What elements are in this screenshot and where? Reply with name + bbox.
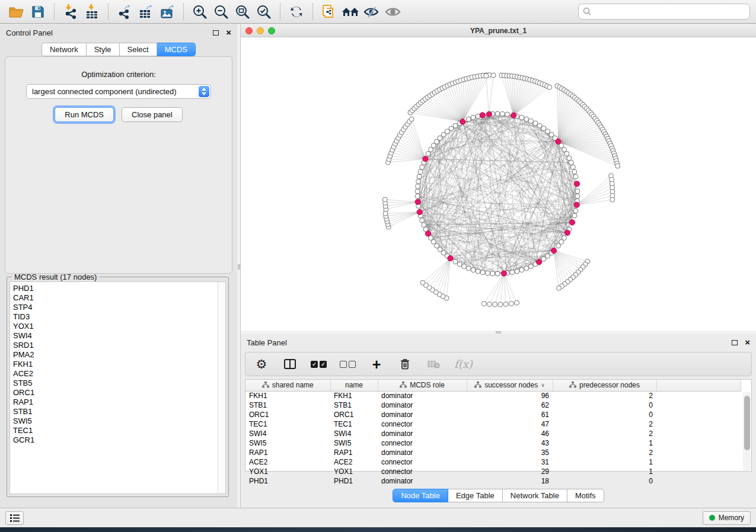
table-cell[interactable]: connector (378, 467, 467, 476)
tab-motifs[interactable]: Motifs (567, 489, 604, 502)
tab-node-table[interactable]: Node Table (393, 489, 448, 502)
open-file-icon[interactable] (6, 2, 27, 21)
search-input[interactable] (578, 4, 750, 20)
table-cell[interactable]: connector (378, 419, 467, 429)
column-header-shared-name[interactable]: shared name (245, 380, 330, 391)
table-row[interactable]: RAP1RAP1dominator352 (245, 448, 741, 457)
table-cell[interactable]: 46 (467, 429, 553, 438)
table-cell[interactable] (656, 400, 741, 410)
deselect-all-icon[interactable] (340, 356, 356, 373)
close-panel-icon[interactable]: × (745, 339, 750, 345)
tab-network[interactable]: Network (42, 43, 87, 56)
float-panel-icon[interactable] (732, 340, 738, 345)
table-cell[interactable]: 62 (467, 400, 553, 410)
table-cell[interactable]: connector (378, 438, 467, 448)
table-cell[interactable]: 0 (553, 400, 656, 410)
table-cell[interactable]: STB1 (330, 400, 378, 410)
table-cell[interactable]: PHD1 (330, 476, 378, 486)
table-cell[interactable] (656, 457, 741, 467)
table-row[interactable]: FKH1FKH1dominator962 (245, 391, 741, 400)
table-cell[interactable]: TEC1 (330, 419, 378, 429)
zoom-out-icon[interactable] (210, 2, 232, 21)
table-cell[interactable] (656, 410, 741, 419)
table-row[interactable]: YOX1YOX1connector291 (245, 467, 741, 476)
zoom-selected-icon[interactable] (253, 2, 275, 21)
zoom-fit-icon[interactable] (232, 2, 253, 21)
table-row[interactable]: SWI5SWI5connector431 (245, 438, 741, 448)
tab-style[interactable]: Style (87, 43, 120, 56)
column-header-predecessor-nodes[interactable]: predecessor nodes (553, 380, 656, 391)
mcds-result-item[interactable]: TEC1 (13, 426, 225, 435)
table-cell[interactable]: SWI5 (330, 438, 378, 448)
hide-details-icon[interactable] (361, 2, 382, 21)
show-panels-button[interactable] (5, 511, 24, 525)
close-panel-icon[interactable]: × (226, 30, 231, 36)
column-header-successor-nodes[interactable]: successor nodes ∨ (467, 380, 553, 391)
tab-network-table[interactable]: Network Table (503, 489, 567, 502)
table-cell[interactable]: ORC1 (330, 410, 378, 419)
table-cell[interactable]: 61 (467, 410, 553, 419)
table-cell[interactable]: 1 (553, 457, 656, 467)
table-cell[interactable]: FKH1 (330, 391, 378, 400)
mcds-result-item[interactable]: SWI5 (13, 416, 225, 426)
select-all-icon[interactable]: ✓✓ (311, 356, 327, 373)
table-cell[interactable]: 0 (553, 476, 656, 486)
table-cell[interactable]: 18 (467, 476, 553, 486)
table-cell[interactable]: SWI4 (245, 429, 330, 438)
float-panel-icon[interactable] (213, 30, 219, 36)
mcds-result-item[interactable]: ORC1 (13, 388, 225, 398)
mcds-result-item[interactable]: YOX1 (13, 322, 225, 331)
table-cell[interactable]: 35 (467, 448, 553, 457)
table-cell[interactable]: 1 (553, 438, 656, 448)
mcds-result-item[interactable]: PMA2 (13, 350, 225, 360)
table-cell[interactable]: 1 (553, 467, 656, 476)
table-cell[interactable]: SWI4 (330, 429, 378, 438)
run-mcds-button[interactable]: Run MCDS (55, 107, 114, 122)
mcds-result-item[interactable]: RAP1 (13, 398, 225, 407)
mcds-result-item[interactable]: CAR1 (13, 293, 225, 303)
table-cell[interactable]: 2 (553, 429, 656, 438)
table-cell[interactable] (656, 419, 741, 429)
table-cell[interactable]: 2 (553, 419, 656, 429)
table-cell[interactable]: STB1 (245, 400, 330, 410)
mcds-result-item[interactable]: SRD1 (13, 341, 225, 350)
tab-mcds[interactable]: MCDS (157, 43, 196, 56)
splitter-grip[interactable] (496, 331, 501, 334)
table-cell[interactable]: dominator (378, 429, 467, 438)
table-row[interactable]: PHD1PHD1dominator180 (245, 476, 741, 486)
table-cell[interactable]: 2 (553, 448, 656, 457)
table-cell[interactable]: ORC1 (245, 410, 330, 419)
table-scrollbar[interactable] (743, 392, 751, 470)
mcds-result-item[interactable]: SWI4 (13, 331, 225, 341)
table-cell[interactable]: 2 (553, 391, 656, 400)
splitter-grip[interactable] (238, 264, 240, 270)
houses-icon[interactable] (340, 2, 361, 21)
memory-button[interactable]: Memory (703, 511, 751, 525)
table-cell[interactable]: PHD1 (245, 476, 330, 486)
table-scrollbar-thumb[interactable] (744, 396, 750, 450)
import-network-icon[interactable] (60, 2, 81, 21)
table-cell[interactable]: dominator (378, 410, 467, 419)
table-cell[interactable] (656, 391, 741, 400)
save-session-icon[interactable] (27, 2, 49, 21)
table-row[interactable]: TEC1TEC1connector472 (245, 419, 741, 429)
export-table-icon[interactable] (135, 2, 157, 21)
tab-select[interactable]: Select (120, 43, 157, 56)
close-panel-button[interactable]: Close panel (122, 107, 183, 122)
table-cell[interactable]: 31 (467, 457, 553, 467)
table-cell[interactable]: RAP1 (245, 448, 330, 457)
export-network-icon[interactable] (114, 2, 135, 21)
mcds-result-item[interactable]: STP4 (13, 303, 225, 312)
table-cell[interactable] (656, 476, 741, 486)
add-column-icon[interactable]: + (369, 356, 384, 373)
mcds-result-item[interactable]: GCR1 (13, 435, 225, 445)
mcds-result-item[interactable]: PHD1 (13, 284, 225, 293)
table-cell[interactable]: SWI5 (245, 438, 330, 448)
mcds-result-item[interactable]: FKH1 (13, 360, 225, 369)
delete-column-icon[interactable] (397, 356, 413, 373)
table-cell[interactable]: ACE2 (330, 457, 378, 467)
clone-network-icon[interactable] (318, 2, 340, 21)
show-details-icon[interactable] (382, 2, 404, 21)
zoom-in-icon[interactable] (189, 2, 210, 21)
refresh-icon[interactable] (286, 2, 307, 21)
